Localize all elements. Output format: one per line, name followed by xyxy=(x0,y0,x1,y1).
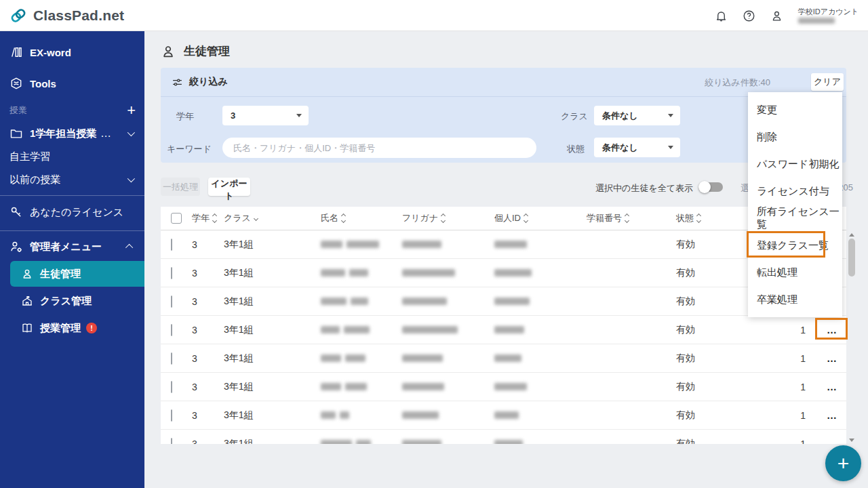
header-name[interactable]: 氏名 xyxy=(316,212,397,224)
menu-item[interactable]: パスワード初期化 xyxy=(748,150,842,178)
class-dropdown[interactable]: 条件なし xyxy=(594,106,680,125)
personal-id-redacted xyxy=(494,440,523,445)
header-class[interactable]: クラス xyxy=(219,212,316,224)
school-building-icon xyxy=(21,295,33,307)
table-body: 3 3年1組 有効 1 … 3 3年1組 有効 1 … 3 3年1組 有効 1 … xyxy=(161,230,846,444)
kana-redacted xyxy=(402,298,447,305)
name-redacted xyxy=(345,383,367,390)
row-actions-button[interactable]: … xyxy=(814,352,846,364)
sidebar-item-ex-word[interactable]: EX-word xyxy=(0,41,144,64)
row-checkbox[interactable] xyxy=(171,381,172,393)
account-info[interactable]: 学校IDアカウント xyxy=(798,8,859,24)
personal-id-redacted xyxy=(494,411,519,419)
menu-item[interactable]: 削除 xyxy=(748,123,842,150)
table-scrollbar[interactable] xyxy=(848,232,856,443)
sidebar-label: 自主学習 xyxy=(0,150,50,163)
name-redacted xyxy=(345,354,366,362)
name-redacted xyxy=(347,241,379,248)
status-dropdown[interactable]: 条件なし xyxy=(594,138,680,157)
chevron-down-icon[interactable] xyxy=(127,129,135,136)
folder-more-icon[interactable]: … xyxy=(100,130,112,137)
cell-class-count: 1 xyxy=(739,325,814,336)
cell-class: 3年1組 xyxy=(219,352,316,365)
header-status[interactable]: 状態 xyxy=(671,212,739,224)
sidebar-label: Tools xyxy=(30,78,56,89)
row-actions-button[interactable]: … xyxy=(814,324,846,336)
table-row: 3 3年1組 有効 1 … xyxy=(161,230,846,259)
show-selected-toggle[interactable] xyxy=(698,181,723,193)
cell-class: 3年1組 xyxy=(219,267,316,279)
sort-icon xyxy=(441,214,445,222)
keyword-input[interactable] xyxy=(222,138,536,158)
cell-grade: 3 xyxy=(187,239,219,250)
cell-grade: 3 xyxy=(187,296,219,307)
add-lesson-icon[interactable]: + xyxy=(127,104,136,117)
key-icon xyxy=(9,205,23,219)
row-checkbox[interactable] xyxy=(171,438,172,445)
menu-item[interactable]: 登録クラス一覧 xyxy=(748,232,842,259)
sidebar-item-tools[interactable]: Tools xyxy=(0,72,144,95)
row-checkbox[interactable] xyxy=(171,239,172,251)
header-personal-id[interactable]: 個人ID xyxy=(490,212,582,224)
cell-class-count: 1 xyxy=(739,439,814,445)
sidebar-section-label: 授業 xyxy=(0,104,27,117)
row-checkbox[interactable] xyxy=(171,409,172,422)
sidebar-item-self-study[interactable]: 自主学習 xyxy=(0,145,144,168)
sidebar-item-class-management[interactable]: クラス管理 xyxy=(0,289,144,312)
row-checkbox[interactable] xyxy=(171,296,172,308)
header-grade[interactable]: 学年 xyxy=(187,212,219,224)
row-checkbox[interactable] xyxy=(171,267,172,279)
menu-item[interactable]: 転出処理 xyxy=(748,259,842,286)
sidebar-item-admin-menu[interactable]: 管理者メニュー xyxy=(0,235,144,258)
cell-status: 有効 xyxy=(671,352,739,365)
row-actions-button[interactable]: … xyxy=(814,438,846,444)
notifications-bell-icon[interactable] xyxy=(715,9,728,22)
menu-item[interactable]: 所有ライセンス一覧 xyxy=(748,205,842,232)
header-student-number[interactable]: 学籍番号 xyxy=(582,212,671,224)
person-icon xyxy=(21,268,33,280)
sidebar-label: 管理者メニュー xyxy=(30,241,102,253)
table-row: 3 3年1組 有効 1 … xyxy=(161,373,846,401)
dropdown-caret-icon xyxy=(668,146,673,149)
menu-item[interactable]: 変更 xyxy=(748,96,842,123)
scroll-down-icon[interactable] xyxy=(849,439,854,442)
menu-item[interactable]: ライセンス付与 xyxy=(748,178,842,205)
help-icon[interactable] xyxy=(743,9,755,22)
grade-dropdown[interactable]: 3 xyxy=(222,106,309,125)
account-user-icon[interactable] xyxy=(770,9,783,22)
person-icon xyxy=(161,44,176,59)
name-redacted xyxy=(340,411,349,419)
header-kana[interactable]: フリガナ xyxy=(397,212,490,224)
brand-logo[interactable]: ClassPad.net xyxy=(0,7,124,24)
filter-divider xyxy=(161,96,846,97)
sidebar-item-your-licenses[interactable]: あなたのライセンス xyxy=(0,201,144,224)
row-checkbox[interactable] xyxy=(171,324,172,336)
table-header-row: 学年 クラス 氏名 フリガナ 個人ID 学籍番号 状態 xyxy=(161,207,846,230)
sidebar-item-student-management-active[interactable]: 生徒管理 xyxy=(10,261,144,287)
filter-panel: 絞り込み 学年 3 キーワード クラス 条件なし 状態 条件なし 絞り込み件数:… xyxy=(161,68,846,163)
menu-item[interactable]: 卒業処理 xyxy=(748,286,842,313)
batch-process-button[interactable]: 一括処理 xyxy=(161,178,200,196)
row-actions-button[interactable]: … xyxy=(814,409,846,421)
scrollbar-thumb[interactable] xyxy=(848,239,855,277)
cell-class: 3年1組 xyxy=(219,296,316,308)
row-checkbox[interactable] xyxy=(171,352,172,365)
cell-status: 有効 xyxy=(671,296,739,308)
cell-class: 3年1組 xyxy=(219,409,316,422)
cell-class-count: 1 xyxy=(739,410,814,421)
import-button[interactable]: インポート xyxy=(208,178,250,196)
select-all-checkbox[interactable] xyxy=(171,213,182,224)
sort-icon xyxy=(254,217,258,220)
row-actions-button[interactable]: … xyxy=(814,381,846,392)
table-row: 3 3年1組 有効 1 … xyxy=(161,287,846,316)
personal-id-redacted xyxy=(494,383,527,390)
admin-user-gear-icon xyxy=(9,240,23,253)
sidebar-item-lesson-management[interactable]: 授業管理 ! xyxy=(0,317,144,340)
sidebar-item-past-lessons[interactable]: 以前の授業 xyxy=(0,168,144,191)
sidebar-item-grade1-lessons[interactable]: 1学年担当授業 … xyxy=(0,122,144,145)
sort-icon xyxy=(524,214,528,222)
folder-icon xyxy=(9,127,23,140)
clear-filter-button[interactable]: クリア xyxy=(811,73,844,91)
add-student-fab[interactable]: + xyxy=(825,445,861,481)
scroll-up-icon[interactable] xyxy=(849,233,854,237)
